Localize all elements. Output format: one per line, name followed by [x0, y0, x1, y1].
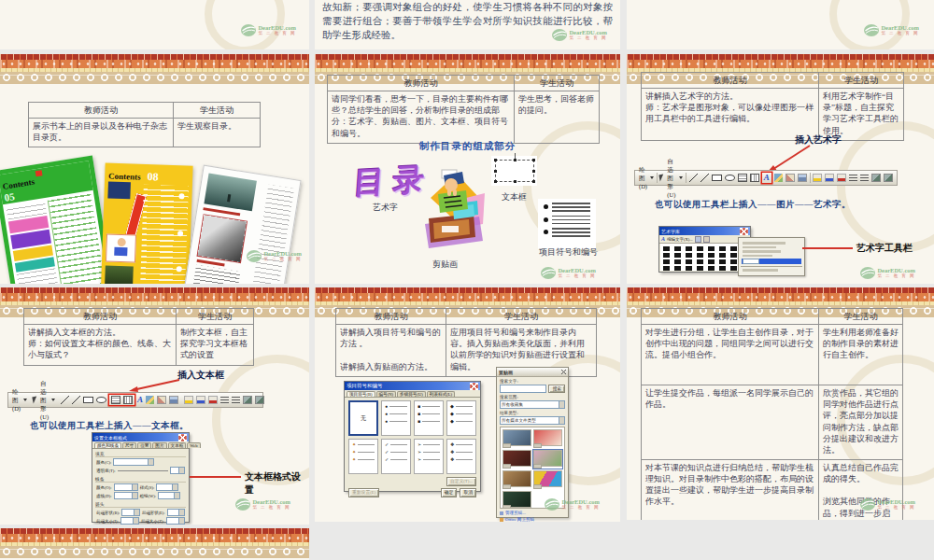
transparency-slider [118, 470, 169, 471]
toolbar-mini-icon [695, 236, 701, 243]
slide-ornament-border [0, 528, 309, 558]
photo-portrait [198, 215, 247, 262]
bullet-style-arrow: ➢ ➢ ➢ [414, 439, 444, 474]
next-slide-sliver [0, 528, 309, 560]
arrow-icon [72, 396, 80, 404]
slide-ornament-border [0, 54, 309, 84]
organize-clips-link: 管理剪辑... [500, 511, 565, 515]
clip-organizer-icon [500, 511, 503, 515]
tab-liststyles: 列表样式(L) [427, 391, 455, 397]
fill-group-label: 填充 [95, 451, 186, 457]
bullet-style-check: ✓ ✓ ✓ [381, 439, 411, 474]
transparency-field-label: 透明度(T): [96, 469, 116, 473]
dearedu-logo-icon [552, 29, 567, 41]
color-dropdown [113, 458, 154, 466]
bullet-style-square: ■ ■ ■ [414, 400, 444, 436]
select-pointer-icon [32, 397, 37, 404]
textbox-highlight-box [109, 395, 134, 405]
bullet-style-diamond: ◆ ◆ ◆ [446, 400, 476, 436]
textbox-label: 文本框 [502, 191, 527, 203]
select-pointer-icon [659, 175, 665, 182]
arrow-begin-label: 前端形状(B): [96, 511, 120, 515]
pane-links: 管理剪辑... Office 网上剪辑 查找剪辑提示 [500, 511, 565, 522]
teacher-activity-cell: 请同学们看看，思考一下，目录的主要构件有哪些？总结学生的回答，分析制作目录的组成… [328, 91, 515, 143]
color-field-label: 颜色(C): [96, 460, 111, 465]
draw-menu-label: 绘图(D) [639, 166, 647, 189]
dearedu-watermark: DearEDU.com第 二 教 育 网 [235, 498, 290, 511]
dearedu-logo-icon [235, 498, 250, 511]
kid-card [106, 233, 136, 262]
slide-insert-textbox: 教师活动 学生活动 讲解插入文本框的方法。 师：如何设置文本框的颜色、线条、大小… [0, 287, 309, 525]
toc-lines [251, 185, 294, 284]
teacher-activity-header: 教师活动 [336, 309, 446, 325]
line-style-label: 样式(S): [140, 485, 155, 490]
ok-button: 确定 [441, 488, 458, 497]
arrow-begin-size-label: 前端大小(I): [96, 519, 119, 524]
teacher-activity-header: 教师活动 [24, 309, 177, 325]
arrow-icon [700, 174, 709, 182]
toolbar-tip-text: 也可以使用工具栏上插入——文本框。 [30, 420, 189, 432]
tab-size: 尺寸 [122, 442, 136, 448]
arrow-group-label: 箭头 [95, 501, 186, 508]
dearedu-watermark: DearEDU.com第 二 教 育 网 [860, 267, 915, 279]
draw-menu-label: 绘图(D) [12, 388, 21, 412]
type-dropdown: 所有媒体文件类型 [500, 416, 565, 425]
magazine-page-yellow: Contents 08 [100, 162, 192, 284]
line-style-icon [220, 397, 229, 403]
rectangle-icon [712, 175, 722, 181]
teacher-activity-cell: 展示书本上的目录以及各种电子杂志目录页。 [29, 119, 174, 147]
pane-title: 剪贴画 [499, 370, 513, 375]
red-tag [35, 170, 42, 176]
student-activity-header: 学生活动 [819, 309, 902, 325]
clipart-thumbnail [502, 429, 531, 448]
slide-group-review: 教师活动 学生活动 对学生进行分组，让学生自主创作目录，对于创作中出现的问题，同… [627, 287, 934, 520]
dearedu-watermark: DearEDU.com第 二 教 育 网 [552, 29, 607, 41]
activity-table: 教师活动 学生活动 请同学们看看，思考一下，目录的主要构件有哪些？总结学生的回答… [327, 75, 600, 144]
font-color-icon [208, 396, 218, 404]
clipart-thumbnail [533, 429, 562, 448]
photo-landscape [204, 174, 257, 212]
document-canvas: DearEDU.com第 二 教 育 网 故知新；要强调对象组合的好处，使学生习… [0, 0, 934, 560]
watermark-subtitle: 第 二 教 育 网 [258, 32, 296, 36]
partial-slide-right: DearEDU.com第 二 教 育 网 [627, 0, 934, 49]
fill-color-icon [184, 396, 193, 404]
clipart-icon [157, 396, 166, 404]
reset-button: 重新设置(E) [348, 488, 379, 497]
wordart-toolbar-label: 艺术字工具栏 [856, 242, 913, 255]
autoshapes-menu-label: 自选图形(U) [40, 380, 49, 420]
drawing-toolbar: 绘图(D) 自选图形(U) A [7, 392, 263, 408]
dearedu-logo-icon [541, 267, 556, 279]
edit-text-button: 编辑文字(X)... [667, 237, 693, 242]
tab-textbox: 文本框 [168, 442, 187, 448]
wordart-toolbar: A编辑文字(X)... [659, 235, 750, 244]
clipart-thumbnail [502, 470, 531, 489]
dearedu-logo-icon [860, 267, 875, 279]
cancel-button: 取消 [460, 488, 476, 497]
dropdown-arrow-icon [650, 176, 654, 179]
tab-numbered: 编号(N) [376, 391, 397, 397]
line-style-dropdown [156, 483, 178, 491]
teacher-activity-cell: 讲解插入项目符号和编号的方法 。 讲解插入剪贴画的方法。 [336, 325, 446, 376]
teacher-activity-cell: 讲解插入艺术字的方法。 师：艺术字是图形对象，可以像处理图形一样用工具栏中的工具… [642, 89, 819, 140]
wordart-icon: A [764, 174, 770, 182]
font-color-icon [837, 174, 846, 182]
vertical-textbox-icon [750, 174, 759, 182]
slide-catalog-components: 教师活动 学生活动 请同学们看看，思考一下，目录的主要构件有哪些？总结学生的回答… [315, 54, 620, 284]
magazine-body [3, 190, 109, 284]
arrow-begin-size-dropdown [120, 517, 139, 525]
dialog-tabs: 项目符号(B) 编号(N) 多级符号(U) 列表样式(L) [345, 390, 480, 398]
textbox-sample [491, 156, 537, 186]
wordart-icon: A [137, 396, 143, 404]
line-color-icon [825, 174, 834, 182]
issue-number: 08 [147, 170, 158, 183]
student-activity-cell: 学生利用老师准备好的制作目录的素材进行自主创作。 [819, 325, 902, 385]
clips-online-link: Office 网上剪辑 [500, 517, 565, 522]
dropdown-arrow-icon [23, 399, 27, 401]
drawing-toolbar: 绘图(D) 自选图形(U) A [634, 170, 898, 186]
line-icon [689, 174, 698, 182]
customize-button: 自定义(T)... [446, 477, 476, 486]
tab-colors-lines: 颜色和线条 [94, 442, 121, 448]
menu-selected-row [742, 259, 801, 264]
bullet-style-star: ✦ ✦ ✦ [348, 439, 378, 474]
student-activity-header: 学生活动 [446, 309, 596, 325]
